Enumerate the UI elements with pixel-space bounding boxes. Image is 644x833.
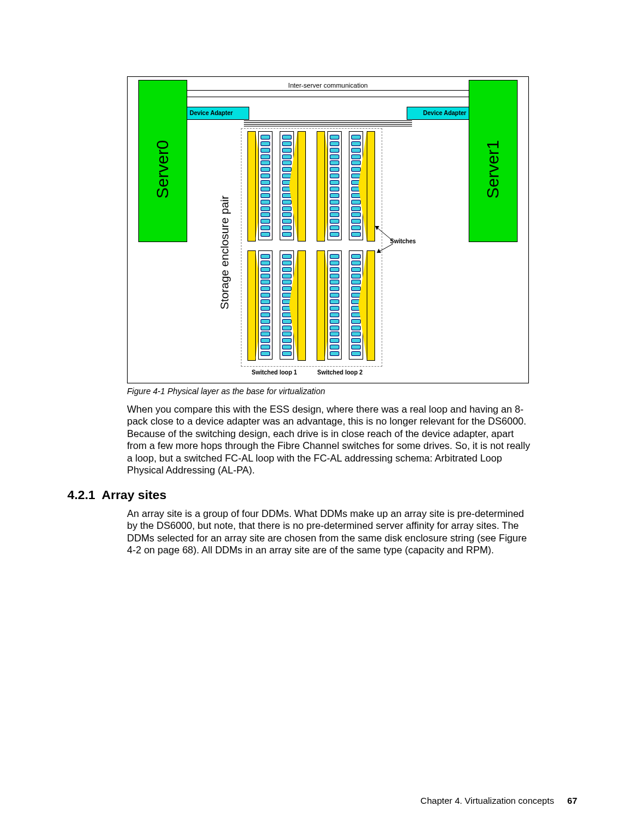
switch-bar: [247, 250, 256, 361]
storage-enclosure-pair-label: Storage enclosure pair: [218, 196, 231, 309]
device-adapter-right: Device Adapter: [407, 107, 469, 120]
inter-server-bus: [186, 90, 470, 97]
device-adapter-left: Device Adapter: [187, 107, 249, 120]
switch-bar: [317, 250, 325, 361]
wire: [244, 122, 412, 123]
server0-label: Server0: [153, 140, 172, 198]
switched-loop-1-label: Switched loop 1: [252, 369, 297, 376]
switched-loop-2: [314, 131, 377, 364]
chapter-label: Chapter 4. Virtualization concepts: [420, 795, 554, 806]
wire: [244, 120, 412, 121]
body-paragraph-2: An array site is a group of four DDMs. W…: [127, 507, 535, 556]
switch-bar: [367, 250, 375, 361]
switch-fan: [358, 250, 367, 360]
switch-bar: [298, 131, 306, 241]
switch-fan: [358, 131, 367, 240]
disk-column: [327, 131, 342, 240]
switched-loop-2-label: Switched loop 2: [317, 369, 363, 376]
section-heading: 4.2.1 Array sites: [67, 488, 166, 502]
figure-diagram: Inter-server communication Server0 Serve…: [127, 76, 529, 383]
section-title: Array sites: [102, 488, 167, 501]
switch-fan: [289, 131, 298, 240]
disk-column: [258, 250, 273, 360]
disk-column: [327, 250, 342, 360]
server1-block: Server1: [469, 80, 518, 242]
page-number: 67: [567, 795, 577, 806]
wire: [244, 126, 412, 126]
page-footer: Chapter 4. Virtualization concepts 67: [420, 795, 577, 806]
server1-label: Server1: [484, 140, 503, 198]
document-page: Inter-server communication Server0 Serve…: [0, 0, 644, 833]
figure-caption: Figure 4-1 Physical layer as the base fo…: [127, 386, 325, 396]
disk-column: [258, 131, 273, 240]
switch-bar: [317, 131, 325, 241]
arrow-icon: [372, 223, 396, 256]
switch-bar: [247, 131, 256, 241]
server0-block: Server0: [138, 80, 187, 242]
body-paragraph-1: When you compare this with the ESS desig…: [127, 403, 535, 476]
svg-marker-1: [375, 226, 379, 230]
wire: [244, 124, 412, 125]
storage-enclosure-pair-box: [241, 128, 382, 367]
switch-fan: [289, 250, 298, 360]
switched-loop-1: [245, 131, 308, 364]
switch-bar: [298, 250, 306, 361]
section-number: 4.2.1: [67, 488, 95, 501]
